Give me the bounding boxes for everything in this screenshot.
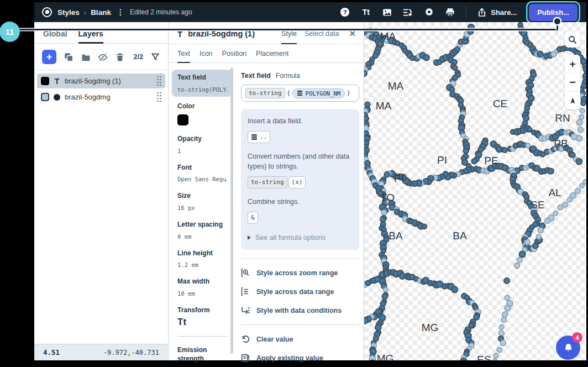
kebab-menu-icon[interactable]: ⋮ (117, 8, 124, 16)
breadcrumb-styles[interactable]: Styles (57, 8, 80, 17)
legend-icon[interactable] (403, 7, 413, 17)
state-label-mg: MG (422, 322, 439, 334)
layer-name: brazil-5ogdmg (1) (65, 77, 121, 85)
notification-count-badge: 4 (572, 332, 582, 343)
database-icon (297, 90, 303, 96)
zoom-range-icon (241, 268, 250, 277)
clear-value-button[interactable]: Clear value (241, 334, 359, 344)
fn-chip[interactable]: to-string (245, 88, 285, 98)
annotation-line-vertical (556, 24, 558, 30)
insert-field-chip[interactable]: .. (248, 131, 270, 143)
drag-handle-icon[interactable] (157, 92, 161, 102)
typography-icon[interactable]: Tt (361, 7, 371, 17)
state-label-ba: BA (453, 230, 466, 242)
arg-chip[interactable]: (x) (288, 176, 306, 188)
print-icon[interactable] (445, 7, 455, 17)
formula-help-box: Insert a data field. .. Convert numbers … (241, 109, 359, 250)
drag-handle-icon[interactable] (157, 76, 161, 86)
tab-global[interactable]: Global (43, 29, 67, 38)
publish-button[interactable]: Publish... (529, 4, 578, 21)
layer-color-swatch[interactable] (41, 93, 49, 101)
cursor-coordinates: -9.972,-40.731 (103, 349, 159, 356)
data-field-chip[interactable]: POLYGON_NM (292, 88, 345, 98)
tab-style[interactable]: Style (281, 30, 297, 38)
state-label-ce: CE (493, 98, 507, 110)
map-search-button[interactable] (565, 32, 580, 48)
state-label-ba: BA (389, 230, 402, 242)
formula-input[interactable]: to-string ( POLYGON_NM ) (241, 85, 359, 102)
map-canvas[interactable]: MAMAMACERNPBPEPIPITOALSEBABAMGMGES + − 4 (364, 22, 586, 360)
annotation-line (19, 29, 558, 30)
state-label-ma: MA (388, 80, 404, 92)
property-max-width[interactable]: Max width 10 em (172, 274, 233, 301)
apply-existing-value-button[interactable]: Apply existing value (241, 353, 359, 363)
layer-name: brazil-5ogdmg (65, 93, 110, 101)
topbar: Styles › Blank ⋮ Edited 2 minutes ago ? … (34, 2, 586, 22)
compass-button[interactable] (565, 91, 580, 109)
property-text-field[interactable]: Text field to-string(POLY… (172, 70, 233, 97)
property-emission-strength[interactable]: Emission strength 1 intensity (172, 342, 233, 367)
state-label-pb: PB (554, 138, 568, 150)
circle-layer-icon (54, 94, 60, 101)
state-label-rn: RN (555, 112, 570, 124)
property-line-height[interactable]: Line height 1.2 em (172, 245, 233, 272)
tab-select-data[interactable]: Select data (305, 30, 339, 38)
add-layer-button[interactable]: + (42, 50, 56, 64)
delete-layer-icon[interactable] (115, 52, 125, 62)
filter-icon[interactable] (150, 52, 160, 62)
style-with-data-conditions[interactable]: Style with data conditions (241, 306, 359, 315)
annotation-endpoint-dot (554, 18, 560, 24)
property-size[interactable]: Size 16 px (172, 188, 233, 215)
bell-icon (563, 343, 574, 353)
zoom-in-button[interactable]: + (565, 55, 580, 73)
settings-gear-icon[interactable] (424, 7, 434, 17)
duplicate-icon[interactable] (64, 52, 74, 62)
formula-sub-label: Formula (276, 72, 300, 80)
sidebar-tabs: Global Layers (34, 22, 168, 44)
state-label-ma: MA (380, 30, 396, 43)
zoom-out-button[interactable]: − (565, 73, 580, 91)
subtab-placement[interactable]: Placement (256, 50, 288, 57)
image-icon[interactable] (382, 7, 392, 17)
property-font[interactable]: Font Open Sans Regu… (172, 160, 233, 187)
triangle-right-icon (248, 235, 251, 240)
hide-layer-icon[interactable] (98, 52, 108, 62)
color-swatch[interactable] (177, 114, 188, 125)
state-label-to: TO (380, 192, 395, 204)
style-across-data-range[interactable]: Style across data range (241, 287, 359, 296)
share-button[interactable]: Share... (477, 8, 517, 17)
subtab-icon[interactable]: Icon (200, 50, 213, 57)
folder-icon[interactable] (81, 52, 91, 62)
tab-layers[interactable]: Layers (78, 29, 103, 38)
layers-sidebar: Global Layers + 2/2 T (34, 22, 169, 360)
combine-hint: Combine strings. (248, 197, 353, 207)
property-opacity[interactable]: Opacity 1 (172, 131, 233, 158)
style-panel-header: T brazil-5ogdmg (1) Style Select data ✕ (169, 22, 364, 44)
divider (241, 324, 359, 325)
style-panel: T brazil-5ogdmg (1) Style Select data ✕ … (169, 22, 364, 360)
subtab-position[interactable]: Position (222, 50, 246, 57)
help-icon[interactable]: ? (340, 7, 350, 17)
subtab-text[interactable]: Text (177, 50, 190, 57)
breadcrumb-blank[interactable]: Blank (91, 8, 111, 17)
database-icon (251, 134, 258, 140)
to-string-chip[interactable]: to-string (248, 176, 287, 188)
layer-row-circle[interactable]: brazil-5ogdmg (37, 90, 165, 104)
style-subtabs: Text Icon Position Placement (169, 44, 364, 63)
ampersand-chip[interactable]: & (248, 212, 258, 224)
property-color[interactable]: Color (172, 98, 233, 130)
property-transform[interactable]: Transform Tt (172, 302, 233, 332)
app-logo-icon[interactable] (42, 7, 52, 17)
layer-row-text[interactable]: T brazil-5ogdmg (1) (37, 74, 165, 88)
rail-divider (177, 336, 227, 337)
see-all-formula-options[interactable]: See all formula options (248, 233, 353, 243)
navigation-arrow-icon (569, 97, 577, 105)
layer-color-swatch[interactable] (41, 77, 49, 85)
style-across-zoom-range[interactable]: Style across zoom range (241, 268, 359, 277)
property-letter-spacing[interactable]: Letter spacing 0 em (172, 217, 233, 244)
state-label-mg: MG (377, 353, 394, 360)
rail-scrollbar[interactable] (230, 67, 233, 354)
state-label-se: SE (531, 199, 544, 211)
data-conditions-icon (241, 306, 250, 315)
annotation-step-badge: 11 (0, 22, 20, 42)
